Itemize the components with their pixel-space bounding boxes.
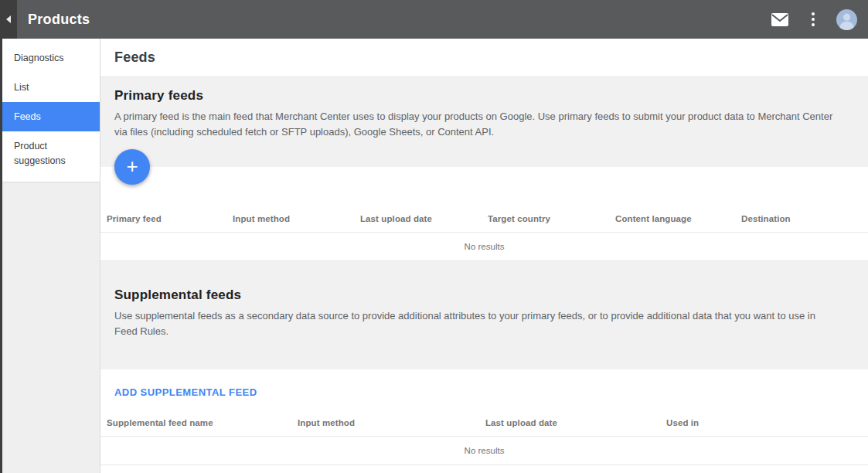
add-supplemental-feed-button[interactable]: ADD SUPPLEMENTAL FEED: [114, 386, 257, 398]
page-header: Feeds: [100, 39, 868, 77]
primary-feeds-title: Primary feeds: [114, 88, 837, 104]
fab-container: +: [114, 149, 837, 185]
column-header-target-country: Target country: [488, 206, 615, 232]
back-arrow-icon: [6, 15, 11, 23]
supplemental-feeds-description: Use supplemental feeds as a secondary da…: [114, 308, 837, 339]
column-header-content-language: Content language: [615, 206, 741, 232]
column-header-last-upload-date: Last upload date: [485, 410, 666, 436]
column-header-last-upload-date: Last upload date: [360, 206, 488, 232]
kebab-menu-icon: [812, 12, 815, 15]
merchant-center-app: Products Diagnostics: [0, 0, 868, 473]
supplemental-feeds-table-header: Supplemental feed name Input method Last…: [100, 410, 868, 437]
primary-feeds-section: Primary feeds A primary feed is the main…: [100, 77, 868, 167]
column-header-supplemental-feed-name: Supplemental feed name: [107, 410, 298, 436]
back-button[interactable]: [0, 0, 17, 39]
more-options-button[interactable]: [808, 8, 818, 31]
sidebar-item-diagnostics[interactable]: Diagnostics: [2, 43, 100, 73]
sidebar-item-product-suggestions[interactable]: Product suggestions: [2, 131, 100, 175]
column-header-input-method: Input method: [298, 410, 485, 436]
app-title: Products: [28, 12, 90, 28]
column-header-input-method: Input method: [233, 206, 360, 232]
mail-button[interactable]: [768, 10, 791, 29]
plus-icon: +: [126, 156, 138, 176]
column-header-destination: Destination: [741, 206, 868, 232]
primary-feeds-table-header: Primary feed Input method Last upload da…: [100, 206, 868, 233]
sidebar-item-label: Feeds: [14, 111, 41, 122]
supplemental-feeds-empty-state: No results: [100, 437, 868, 465]
content-row: Diagnostics List Feeds Product suggestio…: [0, 39, 868, 473]
add-primary-feed-button[interactable]: +: [114, 149, 150, 185]
account-avatar[interactable]: [833, 6, 860, 33]
page-title: Feeds: [114, 49, 155, 66]
user-avatar-icon: [836, 9, 857, 30]
sidebar-item-feeds[interactable]: Feeds: [2, 102, 100, 131]
supplemental-feeds-section: Supplemental feeds Use supplemental feed…: [100, 261, 868, 369]
sidebar-item-list[interactable]: List: [2, 73, 100, 102]
top-app-bar: Products: [0, 0, 868, 39]
main-content: Feeds Primary feeds A primary feed is th…: [100, 39, 868, 473]
sidebar-item-label: Product suggestions: [14, 141, 66, 165]
envelope-icon: [771, 13, 788, 26]
column-header-primary-feed: Primary feed: [107, 206, 233, 232]
sidebar-item-label: Diagnostics: [14, 53, 64, 63]
sidebar-nav: Diagnostics List Feeds Product suggestio…: [2, 39, 100, 182]
supplemental-feeds-title: Supplemental feeds: [114, 288, 837, 303]
primary-feeds-description: A primary feed is the main feed that Mer…: [114, 109, 837, 140]
column-header-used-in: Used in: [666, 410, 868, 436]
sidebar-item-label: List: [14, 82, 29, 93]
supplemental-feeds-table: ADD SUPPLEMENTAL FEED Supplemental feed …: [100, 369, 868, 465]
primary-feeds-empty-state: No results: [100, 233, 868, 261]
sidebar: Diagnostics List Feeds Product suggestio…: [2, 39, 100, 473]
